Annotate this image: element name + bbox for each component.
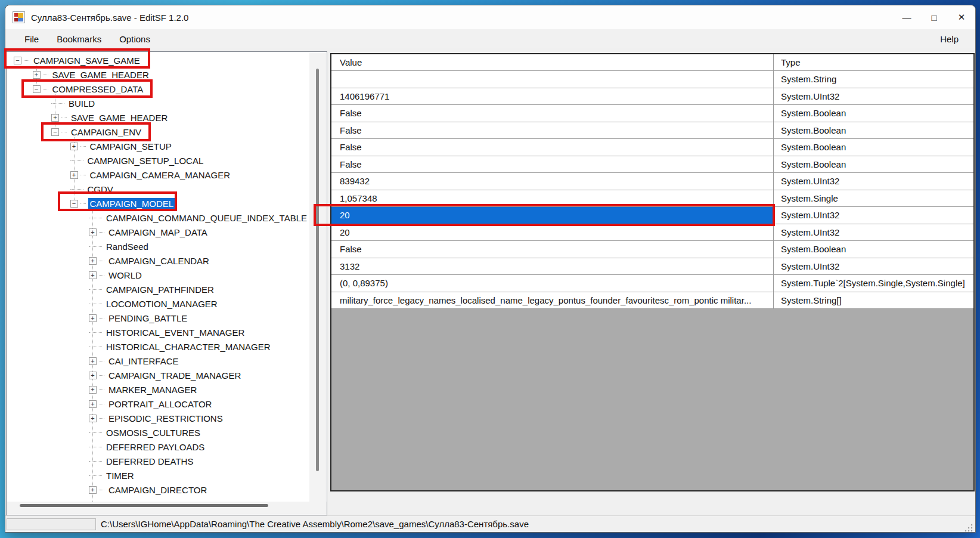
collapse-icon[interactable]: − [33, 85, 41, 93]
type-cell[interactable]: System.UInt32 [774, 224, 973, 241]
menu-item-options[interactable]: Options [112, 32, 157, 47]
table-row-10[interactable]: FalseSystem.Boolean [331, 241, 973, 258]
table-row-2[interactable]: FalseSystem.Boolean [331, 105, 973, 122]
tree-vertical-scrollbar[interactable] [309, 52, 326, 502]
expand-icon[interactable]: + [89, 257, 97, 265]
expand-icon[interactable]: + [70, 143, 78, 150]
column-header-type[interactable]: Type [774, 54, 973, 70]
tree-node-marker_manager[interactable]: +MARKER_MANAGER [89, 382, 199, 397]
expand-icon[interactable]: + [89, 415, 97, 422]
maximize-button[interactable]: □ [920, 5, 948, 29]
table-row-4[interactable]: FalseSystem.Boolean [331, 139, 973, 156]
type-cell[interactable]: System.Boolean [774, 122, 973, 139]
expand-icon[interactable]: + [89, 386, 97, 394]
value-cell[interactable]: 839432 [331, 173, 774, 190]
type-cell[interactable]: System.UInt32 [774, 258, 973, 275]
tree-node-campaign_setup[interactable]: +CAMPAIGN_SETUP [70, 139, 173, 153]
tree-node-save_game_header[interactable]: +SAVE_GAME_HEADER [33, 67, 151, 82]
value-cell[interactable]: 20 [331, 207, 774, 224]
tree-node-pending_battle[interactable]: +PENDING_BATTLE [89, 311, 189, 325]
type-cell[interactable]: System.Boolean [774, 156, 973, 173]
tree-node-campaign_pathfinder[interactable]: CAMPAIGN_PATHFINDER [89, 282, 216, 296]
collapse-icon[interactable]: − [70, 200, 78, 208]
tree-horizontal-scrollbar[interactable] [7, 502, 327, 514]
expand-icon[interactable]: + [89, 314, 97, 322]
value-cell[interactable] [331, 71, 774, 88]
expand-icon[interactable]: + [89, 357, 97, 365]
value-cell[interactable]: False [331, 122, 774, 139]
value-cell[interactable]: 1,057348 [331, 190, 774, 207]
collapse-icon[interactable]: − [51, 128, 59, 136]
column-header-value[interactable]: Value [331, 54, 774, 70]
tree-node-deferred deaths[interactable]: DEFERRED DEATHS [89, 454, 195, 468]
type-cell[interactable]: System.Boolean [774, 105, 973, 122]
tree-node-randseed[interactable]: RandSeed [89, 239, 150, 253]
value-cell[interactable]: False [331, 241, 774, 258]
expand-icon[interactable]: + [89, 486, 97, 494]
tree-node-save_game_header[interactable]: +SAVE_GAME_HEADER [51, 110, 169, 125]
tree-vertical-scrollbar-thumb[interactable] [316, 69, 319, 471]
table-row-11[interactable]: 3132System.UInt32 [331, 258, 973, 276]
table-row-7[interactable]: 1,057348System.Single [331, 190, 973, 208]
type-cell[interactable]: System.UInt32 [774, 207, 973, 224]
minimize-button[interactable]: — [893, 5, 920, 29]
value-cell[interactable]: (0, 0,89375) [331, 275, 774, 292]
menu-item-help[interactable]: Help [938, 32, 961, 47]
tree-node-osmosis_cultures[interactable]: OSMOSIS_CULTURES [89, 425, 202, 440]
tree-node-campaign_command_queue_index_table[interactable]: CAMPAIGN_COMMAND_QUEUE_INDEX_TABLE [89, 211, 309, 225]
expand-icon[interactable]: + [89, 271, 97, 279]
table-row-12[interactable]: (0, 0,89375)System.Tuple`2[System.Single… [331, 275, 973, 292]
title-bar[interactable]: Сулла83-Сентябрь.save - EditSF 1.2.0 — □… [5, 5, 975, 29]
tree-node-campaign_director[interactable]: +CAMPAIGN_DIRECTOR [89, 483, 209, 497]
tree-node-cai_interface[interactable]: +CAI_INTERFACE [89, 354, 181, 368]
type-cell[interactable]: System.UInt32 [774, 88, 973, 105]
tree-node-locomotion_manager[interactable]: LOCOMOTION_MANAGER [89, 296, 219, 311]
table-row-8[interactable]: 20System.UInt32 [331, 207, 973, 224]
tree-node-episodic_restrictions[interactable]: +EPISODIC_RESTRICTIONS [89, 411, 225, 425]
value-cell[interactable]: False [331, 156, 774, 173]
value-cell[interactable]: military_force_legacy_names_localised_na… [331, 292, 774, 309]
resize-grip[interactable] [965, 524, 973, 532]
type-cell[interactable]: System.Boolean [774, 241, 973, 258]
type-cell[interactable]: System.Single [774, 190, 973, 207]
tree-node-campaign_camera_manager[interactable]: +CAMPAIGN_CAMERA_MANAGER [70, 168, 232, 182]
table-row-5[interactable]: FalseSystem.Boolean [331, 156, 973, 174]
value-cell[interactable]: 20 [331, 224, 774, 241]
tree-node-campaign_trade_manager[interactable]: +CAMPAIGN_TRADE_MANAGER [89, 368, 243, 382]
expand-icon[interactable]: + [89, 400, 97, 408]
value-cell[interactable]: False [331, 139, 774, 156]
tree-node-timer[interactable]: TIMER [89, 468, 136, 483]
tree-node-historical_event_manager[interactable]: HISTORICAL_EVENT_MANAGER [89, 325, 246, 339]
type-cell[interactable]: System.UInt32 [774, 173, 973, 190]
tree-node-campaign_model[interactable]: −CAMPAIGN_MODEL [70, 196, 176, 211]
value-cell[interactable]: 3132 [331, 258, 774, 275]
collapse-icon[interactable]: − [14, 57, 21, 64]
tree-horizontal-scrollbar-thumb[interactable] [20, 504, 268, 507]
value-cell[interactable]: 1406196771 [331, 88, 774, 105]
table-row-6[interactable]: 839432System.UInt32 [331, 173, 973, 190]
type-cell[interactable]: System.String [774, 71, 973, 88]
tree-node-campaign_setup_local[interactable]: CAMPAIGN_SETUP_LOCAL [70, 153, 206, 168]
tree-node-campaign_calendar[interactable]: +CAMPAIGN_CALENDAR [89, 253, 211, 268]
table-row-3[interactable]: FalseSystem.Boolean [331, 122, 973, 140]
tree-node-campaign_map_data[interactable]: +CAMPAIGN_MAP_DATA [89, 225, 209, 239]
tree-node-historical_character_manager[interactable]: HISTORICAL_CHARACTER_MANAGER [89, 339, 272, 354]
table-row-13[interactable]: military_force_legacy_names_localised_na… [331, 292, 973, 310]
expand-icon[interactable]: + [33, 71, 41, 79]
type-cell[interactable]: System.String[] [774, 292, 973, 309]
value-cell[interactable]: False [331, 105, 774, 122]
type-cell[interactable]: System.Tuple`2[System.Single,System.Sing… [774, 275, 973, 292]
expand-icon[interactable]: + [70, 171, 78, 179]
close-button[interactable]: ✕ [948, 5, 975, 29]
tree-node-compressed_data[interactable]: −COMPRESSED_DATA [33, 82, 145, 96]
menu-item-bookmarks[interactable]: Bookmarks [49, 32, 108, 47]
tree-node-build[interactable]: BUILD [51, 96, 97, 110]
menu-item-file[interactable]: File [17, 32, 46, 47]
tree-node-portrait_allocator[interactable]: +PORTRAIT_ALLOCATOR [89, 397, 213, 411]
tree-node-world[interactable]: +WORLD [89, 268, 144, 282]
table-row-1[interactable]: 1406196771System.UInt32 [331, 88, 973, 106]
expand-icon[interactable]: + [89, 372, 97, 379]
tree-node-campaign_save_game[interactable]: −CAMPAIGN_SAVE_GAME [14, 53, 142, 67]
type-cell[interactable]: System.Boolean [774, 139, 973, 156]
tree-node-deferred payloads[interactable]: DEFERRED PAYLOADS [89, 440, 206, 454]
